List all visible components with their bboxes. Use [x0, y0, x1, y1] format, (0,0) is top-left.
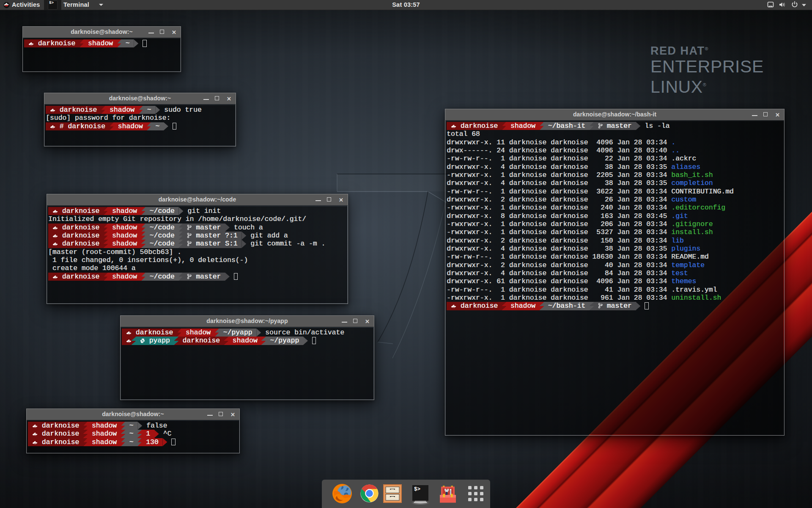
svg-text:$>: $> — [414, 486, 420, 492]
